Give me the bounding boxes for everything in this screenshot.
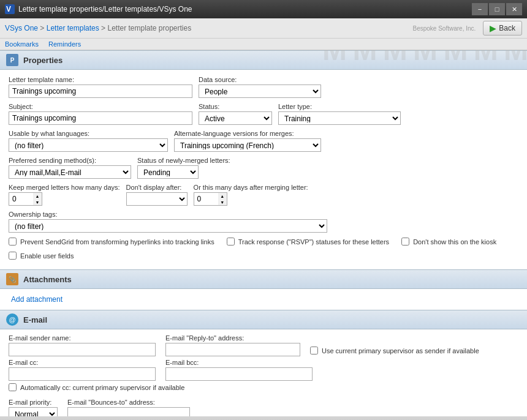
priority-select[interactable]: Normal High Low	[9, 407, 58, 416]
form-row-6: Ownership tags: (no filter) Tag 1 Tag 2	[9, 211, 518, 233]
auto-cc-check-label: Automatically cc: current primary superv…	[9, 383, 518, 391]
cc-input[interactable]	[9, 367, 156, 381]
breadcrumb-sep2: >	[99, 24, 108, 32]
attachments-icon: 📎	[6, 273, 18, 285]
alternate-group: Alternate-language versions for merges: …	[174, 130, 321, 152]
subject-group: Subject:	[9, 103, 192, 125]
sendgrid-check-text: Prevent SendGrid from transforming hyper…	[20, 238, 214, 246]
keep-days-up[interactable]: ▲	[33, 193, 42, 199]
sending-method-group: Preferred sending method(s): Any mail,Ma…	[9, 157, 131, 179]
breadcrumb-sep1: >	[38, 24, 47, 32]
letter-type-select[interactable]: Training General Notification	[278, 111, 401, 125]
nav-bar: VSys One > Letter templates > Letter tem…	[0, 18, 527, 39]
form-row-1: Letter template name: Data source: Peopl…	[9, 76, 518, 98]
alternate-select[interactable]: Trainings upcoming (French) None	[174, 138, 321, 152]
template-name-input[interactable]	[9, 84, 192, 98]
ownership-group: Ownership tags: (no filter) Tag 1 Tag 2	[9, 211, 327, 233]
kiosk-check-label: Don't show this on the kiosk	[401, 238, 496, 246]
sender-name-group: E-mail sender name:	[9, 334, 156, 356]
title-bar-text: Letter template properties/Letter templa…	[18, 5, 192, 13]
subject-input[interactable]	[9, 111, 192, 125]
breadcrumb: VSys One > Letter templates > Letter tem…	[5, 24, 191, 32]
main-content: M M M M M M M P Properties Letter templa…	[0, 50, 527, 416]
bounces-input[interactable]	[67, 407, 190, 416]
kiosk-check-text: Don't show this on the kiosk	[413, 238, 496, 246]
newly-merged-label: Status of newly-merged letters:	[137, 157, 230, 164]
sending-method-select[interactable]: Any mail,Mail,E-mail Mail only E-mail on…	[9, 165, 131, 179]
auto-cc-checkbox[interactable]	[9, 383, 17, 391]
or-days-spinbox: ▲ ▼	[194, 192, 308, 206]
sendgrid-checkbox[interactable]	[9, 238, 17, 246]
svg-text:V: V	[6, 5, 11, 13]
supervisor-checkbox[interactable]	[310, 347, 318, 354]
dont-display-group: Don't display after:	[126, 184, 188, 206]
company-name: Bespoke Software, Inc.	[412, 25, 476, 32]
email-title: E-mail	[23, 315, 47, 324]
form-row-4: Preferred sending method(s): Any mail,Ma…	[9, 157, 518, 179]
supervisor-check-text: Use current primary supervisor as sender…	[322, 347, 479, 354]
properties-icon: P	[6, 54, 18, 66]
data-source-group: Data source: People Volunteers Staff	[199, 76, 321, 98]
title-bar: V Letter template properties/Letter temp…	[0, 0, 527, 18]
or-days-down[interactable]: ▼	[218, 199, 227, 205]
priority-label: E-mail priority:	[9, 399, 58, 406]
attachments-section-header: 📎 Attachments	[0, 269, 527, 289]
sender-name-label: E-mail sender name:	[9, 334, 156, 342]
cc-label: E-mail cc:	[9, 359, 156, 366]
or-days-label: Or this many days after merging letter:	[194, 184, 308, 191]
email-row-1: E-mail sender name: E-mail "Reply-to" ad…	[0, 329, 527, 359]
data-source-label: Data source:	[199, 76, 321, 83]
cc-group: E-mail cc:	[9, 359, 156, 381]
subject-label: Subject:	[9, 103, 192, 110]
breadcrumb-vsysone[interactable]: VSys One	[5, 24, 38, 32]
attachments-title: Attachments	[23, 275, 72, 284]
sending-method-label: Preferred sending method(s):	[9, 157, 131, 164]
data-source-select[interactable]: People Volunteers Staff	[199, 84, 321, 98]
breadcrumb-letter-templates[interactable]: Letter templates	[47, 24, 99, 32]
attachments-content: Add attachment	[0, 289, 527, 310]
sender-name-input[interactable]	[9, 343, 156, 356]
back-icon: ▶	[490, 23, 496, 33]
userfields-checkbox[interactable]	[9, 252, 17, 260]
newly-merged-select[interactable]: Pending Approved Draft	[137, 165, 199, 179]
or-days-input[interactable]	[194, 192, 218, 206]
or-days-up[interactable]: ▲	[218, 193, 227, 199]
email-icon: @	[6, 313, 18, 326]
status-label: Status:	[199, 103, 272, 110]
priority-group: E-mail priority: Normal High Low	[9, 399, 58, 416]
close-button[interactable]: ✕	[506, 3, 522, 15]
reply-to-input[interactable]	[165, 343, 300, 356]
title-bar-controls: − □ ✕	[472, 3, 522, 15]
track-checkbox[interactable]	[227, 238, 235, 246]
dont-display-select[interactable]	[126, 192, 188, 206]
reminders-link[interactable]: Reminders	[48, 40, 81, 48]
checkbox-row-1: Prevent SendGrid from transforming hyper…	[9, 238, 518, 249]
letter-type-group: Letter type: Training General Notificati…	[278, 103, 401, 125]
bookmarks-link[interactable]: Bookmarks	[5, 40, 39, 48]
maximize-button[interactable]: □	[489, 3, 505, 15]
kiosk-checkbox[interactable]	[401, 238, 409, 246]
form-row-3: Usable by what languages: (no filter) En…	[9, 130, 518, 152]
ownership-select[interactable]: (no filter) Tag 1 Tag 2	[9, 219, 327, 233]
bookmarks-bar: Bookmarks Reminders	[0, 39, 527, 50]
languages-label: Usable by what languages:	[9, 130, 168, 137]
minimize-button[interactable]: −	[472, 3, 488, 15]
alternate-label: Alternate-language versions for merges:	[174, 130, 321, 137]
bcc-input[interactable]	[165, 367, 313, 381]
ownership-label: Ownership tags:	[9, 211, 327, 218]
status-select[interactable]: Active Inactive	[199, 111, 272, 125]
track-check-label: Track response ("RSVP") statuses for the…	[227, 238, 389, 246]
bounces-group: E-mail "Bounces-to" address:	[67, 399, 190, 416]
email-section-header: @ E-mail	[0, 310, 527, 329]
breadcrumb-current: Letter template properties	[107, 24, 191, 32]
supervisor-check-label: Use current primary supervisor as sender…	[310, 347, 479, 354]
languages-select[interactable]: (no filter) English French Spanish	[9, 138, 168, 152]
keep-days-input[interactable]	[9, 192, 33, 206]
form-row-2: Subject: Status: Active Inactive Letter …	[9, 103, 518, 125]
keep-days-spinbox: ▲ ▼	[9, 192, 120, 206]
keep-days-down[interactable]: ▼	[33, 199, 42, 205]
add-attachment-link[interactable]: Add attachment	[11, 295, 63, 304]
back-label: Back	[499, 24, 515, 32]
back-button[interactable]: ▶ Back	[483, 21, 522, 36]
bcc-label: E-mail bcc:	[165, 359, 313, 366]
